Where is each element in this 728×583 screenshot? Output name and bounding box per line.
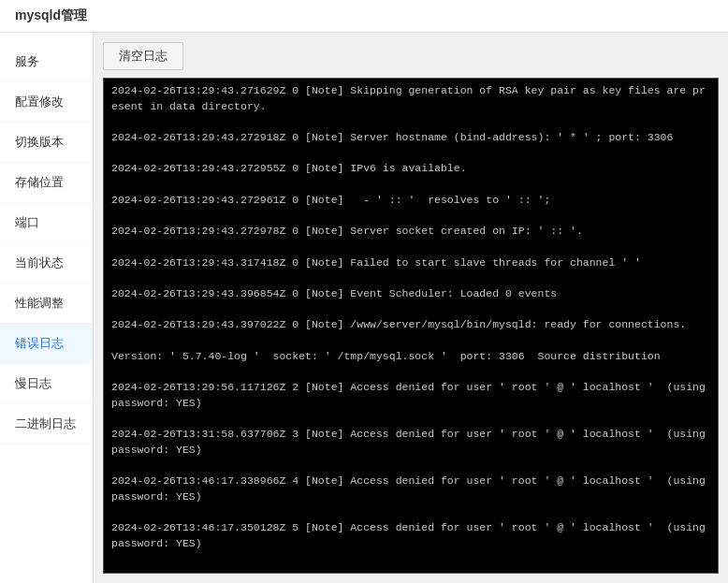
sidebar-item-services[interactable]: 服务 [0,42,93,82]
sidebar-item-slow-log[interactable]: 慢日志 [0,364,93,404]
app-header: mysqld管理 [0,0,728,33]
log-line: 2024-02-26T13:31:58.637706Z 3 [Note] Acc… [111,427,710,458]
main-layout: 服务配置修改切换版本存储位置端口当前状态性能调整错误日志慢日志二进制日志 清空日… [0,33,728,583]
log-line: 2024-02-26T13:29:43.272918Z 0 [Note] Ser… [111,130,710,146]
log-line: 2024-02-26T13:46:17.350128Z 5 [Note] Acc… [111,520,710,551]
sidebar-item-config[interactable]: 配置修改 [0,82,93,123]
log-line: 2024-02-26T13:29:43.272955Z 0 [Note] IPv… [111,161,710,177]
log-output[interactable]: 2024-02-26T13:29:43.219704Z 0 [Note] Plu… [103,78,719,574]
sidebar: 服务配置修改切换版本存储位置端口当前状态性能调整错误日志慢日志二进制日志 [0,33,94,583]
log-line: 2024-02-26T13:29:43.272978Z 0 [Note] Ser… [111,224,710,240]
sidebar-item-storage[interactable]: 存储位置 [0,163,93,203]
toolbar: 清空日志 [103,42,719,70]
sidebar-item-binary-log[interactable]: 二进制日志 [0,404,93,445]
log-line: 2024-02-26T13:29:43.396854Z 0 [Note] Eve… [111,286,710,302]
app-title: mysqld管理 [15,7,87,22]
log-line: 2024-02-26T13:29:43.271629Z 0 [Note] Ski… [111,83,710,114]
log-line: Version: ' 5.7.40-log ' socket: ' /tmp/m… [111,349,710,365]
sidebar-item-error-log[interactable]: 错误日志 [0,324,93,364]
sidebar-item-performance[interactable]: 性能调整 [0,284,93,324]
sidebar-item-current-status[interactable]: 当前状态 [0,243,93,284]
log-line: 2024-02-26T13:29:43.397022Z 0 [Note] /ww… [111,317,710,333]
sidebar-item-port[interactable]: 端口 [0,203,93,243]
log-line: 2024-02-26T13:29:43.317418Z 0 [Note] Fai… [111,255,710,271]
content-area: 清空日志 2024-02-26T13:29:43.219704Z 0 [Note… [94,33,728,583]
log-line: 2024-02-26T13:46:17.338966Z 4 [Note] Acc… [111,474,710,504]
sidebar-item-switch-version[interactable]: 切换版本 [0,123,93,163]
log-line: 2024-02-26T13:29:43.272961Z 0 [Note] - '… [111,193,710,209]
clear-log-button[interactable]: 清空日志 [103,42,183,70]
log-line: 2024-02-26T13:29:56.117126Z 2 [Note] Acc… [111,380,710,411]
